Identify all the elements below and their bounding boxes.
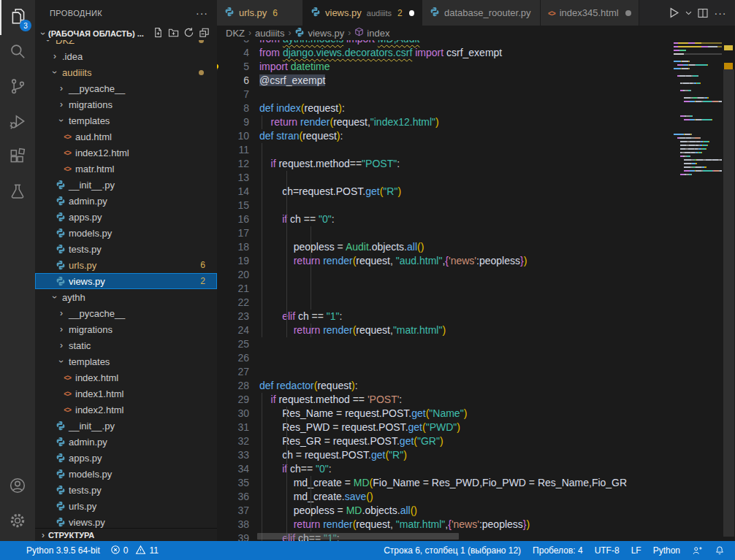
run-debug-view-button[interactable] (0, 105, 35, 140)
tree-item-admin-py[interactable]: admin.py (35, 193, 217, 209)
code-line-32[interactable]: 32 Res_GR = request.POST.get("GR") (217, 434, 674, 448)
sidebar-more-actions-button[interactable]: ··· (196, 7, 208, 19)
vertical-scrollbar-thumb[interactable] (723, 69, 734, 537)
tree-item-aythh[interactable]: ›aythh (35, 289, 217, 305)
code-line-10[interactable]: 10def stran(request): (217, 129, 674, 143)
indentation-status[interactable]: Пробелов: 4 (533, 545, 583, 556)
dirty-indicator-dot[interactable] (409, 10, 414, 16)
source-control-view-button[interactable] (0, 70, 35, 105)
code-line-34[interactable]: 34 if ch== "0": (217, 462, 674, 476)
new-file-icon[interactable] (153, 27, 164, 39)
code-line-29[interactable]: 29 if request.method == 'POST': (217, 393, 674, 407)
workspace-section-header[interactable]: › (РАБОЧАЯ ОБЛАСТЬ) ... (35, 26, 217, 40)
code-line-37[interactable]: 37 peopless = MD.objects.all() (217, 504, 674, 518)
code-line-28[interactable]: 28def redactor(request): (217, 379, 674, 393)
tree-item-templates[interactable]: ›templates (35, 353, 217, 369)
new-folder-icon[interactable] (168, 27, 179, 39)
tree-item-apps-py[interactable]: apps.py (35, 450, 217, 466)
code-line-25[interactable]: 25 (217, 337, 674, 351)
tree-item--pycache-[interactable]: ›__pycache__ (35, 80, 217, 96)
code-line-36[interactable]: 36 md_create.save() (217, 490, 674, 504)
minimap[interactable] (674, 42, 722, 541)
tree-item-matr-html[interactable]: <>matr.html (35, 161, 217, 177)
tree-item-index-html[interactable]: <>index.html (35, 369, 217, 386)
feedback-icon[interactable] (692, 545, 703, 556)
tree-item-index2-html[interactable]: <>index2.html (35, 402, 217, 418)
account-button[interactable] (0, 469, 35, 505)
tree-item-aud-html[interactable]: <>aud.html (35, 129, 217, 145)
tree-item--pycache-[interactable]: ›__pycache__ (35, 305, 217, 321)
tree-item-urls-py[interactable]: urls.py (35, 498, 217, 514)
breadcrumb-item-views-py[interactable]: views.py (294, 27, 344, 39)
testing-view-button[interactable] (0, 175, 35, 210)
code-line-8[interactable]: 8def index(request): (217, 101, 674, 115)
run-dropdown-chevron-icon[interactable] (684, 4, 693, 22)
search-view-button[interactable] (0, 35, 35, 70)
tree-item--init-py[interactable]: __init__.py (35, 418, 217, 434)
code-line-5[interactable]: 5import datetime (217, 60, 674, 74)
notifications-bell-icon[interactable] (715, 545, 725, 556)
code-line-17[interactable]: 17 (217, 226, 674, 240)
code-line-9[interactable]: 9 return render(request,"index12.html") (217, 115, 674, 129)
outline-section-header[interactable]: › СТРУКТУРА (35, 528, 217, 541)
breadcrumb-item-index[interactable]: index (354, 27, 389, 39)
tree-item-static[interactable]: ›static (35, 337, 217, 353)
tree-item--init-py[interactable]: __init__.py (35, 177, 217, 193)
settings-button[interactable] (0, 505, 35, 540)
tree-item-models-py[interactable]: models.py (35, 225, 217, 241)
lightbulb-icon[interactable] (217, 62, 221, 76)
breadcrumb-item-dkz[interactable]: DKZ (226, 28, 245, 39)
tree-item-tests-py[interactable]: tests.py (35, 241, 217, 257)
code-line-6[interactable]: 6@csrf_exempt (217, 74, 674, 88)
tree-item-admin-py[interactable]: admin.py (35, 434, 217, 450)
tree-item-urls-py[interactable]: urls.py6 (35, 257, 217, 273)
code-line-14[interactable]: 14 ch=request.POST.get("R") (217, 185, 674, 199)
tree-item-templates[interactable]: ›templates (35, 112, 217, 129)
code-line-7[interactable]: 7 (217, 88, 674, 101)
run-python-file-button[interactable] (666, 4, 681, 22)
tree-item-index12-html[interactable]: <>index12.html (35, 145, 217, 161)
code-line-22[interactable]: 22 (217, 296, 674, 310)
language-mode-status[interactable]: Python (653, 545, 680, 556)
tree-item-migrations[interactable]: ›migrations (35, 321, 217, 337)
tab-views-py[interactable]: views.pyaudiiits2 (303, 0, 422, 26)
code-line-33[interactable]: 33 ch = request.POST.get("R") (217, 448, 674, 462)
code-line-15[interactable]: 15 (217, 199, 674, 212)
code-line-19[interactable]: 19 return render(request, "aud.html",{'n… (217, 254, 674, 268)
code-line-30[interactable]: 30 Res_Name = request.POST.get("Name") (217, 407, 674, 421)
code-line-16[interactable]: 16 if ch == "0": (217, 212, 674, 226)
split-editor-button[interactable] (696, 4, 710, 22)
problems-status[interactable]: 0 11 (110, 545, 159, 557)
dirty-indicator-dot[interactable] (625, 10, 631, 16)
editor[interactable]: 3from aythh.models import MD,Audit4from … (217, 26, 735, 541)
code-line-21[interactable]: 21 (217, 282, 674, 296)
tree-item-audiiits[interactable]: ›audiiits (35, 64, 217, 80)
code-line-11[interactable]: 11 (217, 143, 674, 157)
code-line-27[interactable]: 27 (217, 365, 674, 379)
tree-item-index1-html[interactable]: <>index1.html (35, 386, 217, 402)
code-line-35[interactable]: 35 md_create = MD(Fio_Name = Res_PWD,Fio… (217, 476, 674, 490)
breadcrumb-item-audiiits[interactable]: audiiits (255, 28, 284, 39)
code-line-4[interactable]: 4from django.views.decorators.csrf impor… (217, 46, 674, 60)
tree-item--idea[interactable]: ›.idea (35, 48, 217, 64)
eol-status[interactable]: LF (631, 545, 641, 556)
tab-database-roouter-py[interactable]: database_roouter.py (422, 0, 541, 26)
code-line-18[interactable]: 18 peopless = Audit.objects.all() (217, 240, 674, 254)
tree-item-tests-py[interactable]: tests.py (35, 482, 217, 498)
tree-item-apps-py[interactable]: apps.py (35, 209, 217, 225)
collapse-all-icon[interactable] (199, 27, 210, 39)
tree-item-views-py[interactable]: views.py2 (35, 273, 217, 289)
overview-ruler[interactable] (722, 26, 735, 541)
python-interpreter-status[interactable]: Python 3.9.5 64-bit (26, 545, 100, 556)
tree-item-migrations[interactable]: ›migrations (35, 96, 217, 112)
code-line-20[interactable]: 20 (217, 268, 674, 282)
tab-urls-py[interactable]: urls.py6 (217, 0, 303, 26)
code-line-13[interactable]: 13 (217, 171, 674, 185)
code-line-24[interactable]: 24 return render(request,"matr.html") (217, 323, 674, 337)
code-line-26[interactable]: 26 (217, 351, 674, 365)
code-line-38[interactable]: 38 return render(request, "matr.html",{'… (217, 518, 674, 532)
tree-item-views-py[interactable]: views.py (35, 514, 217, 528)
extensions-view-button[interactable] (0, 140, 35, 175)
more-editor-actions-button[interactable]: ··· (713, 4, 728, 22)
horizontal-scrollbar-thumb[interactable] (257, 533, 459, 540)
